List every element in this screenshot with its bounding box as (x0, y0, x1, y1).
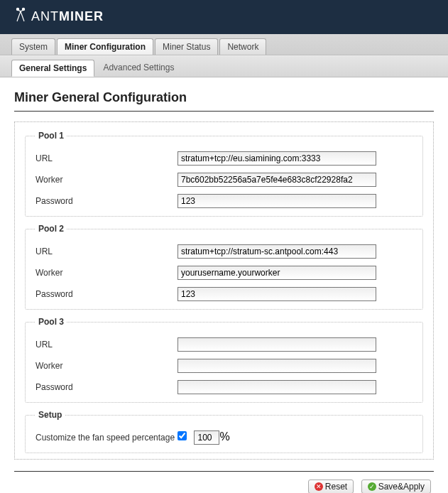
pool-1-url-label: URL (35, 153, 177, 163)
pool-1-legend: Pool 1 (35, 131, 67, 141)
pool-2-worker-label: Worker (35, 268, 177, 278)
reset-button[interactable]: ✕Reset (308, 480, 354, 493)
tab-general-settings[interactable]: General Settings (11, 60, 94, 77)
pool-2-password-label: Password (35, 289, 177, 299)
pool-3-url-label: URL (35, 340, 177, 350)
content-area: Miner General Configuration Pool 1 URL W… (0, 77, 448, 493)
fan-speed-input[interactable] (194, 430, 219, 445)
save-apply-button[interactable]: ✓Save&Apply (361, 480, 431, 493)
pool-2-url-input[interactable] (177, 244, 376, 259)
sub-tabs: General Settings Advanced Settings (0, 55, 448, 77)
pool-1-password-label: Password (35, 196, 177, 206)
pool-3-password-input[interactable] (177, 380, 376, 394)
pool-1-url-input[interactable] (177, 151, 376, 166)
tab-system[interactable]: System (11, 38, 55, 55)
brand-name: ANTMINER (31, 9, 104, 24)
pool-3-legend: Pool 3 (35, 317, 67, 327)
pool-3: Pool 3 URL Worker Password (25, 317, 423, 403)
main-tabs: System Miner Configuration Miner Status … (0, 34, 448, 55)
brand-logo: ANTMINER (14, 7, 434, 26)
pool-1-worker-label: Worker (35, 175, 177, 185)
config-form: Pool 1 URL Worker Password Pool 2 URL Wo… (14, 121, 434, 460)
setup: Setup Customize the fan speed percentage… (25, 410, 423, 453)
apply-icon: ✓ (368, 482, 376, 491)
fan-speed-checkbox[interactable] (177, 431, 187, 440)
pool-2-url-label: URL (35, 246, 177, 256)
action-bar: ✕Reset ✓Save&Apply (14, 479, 434, 493)
pool-3-url-input[interactable] (177, 337, 376, 352)
pool-2-worker-input[interactable] (177, 266, 376, 280)
pool-2-password-input[interactable] (177, 287, 376, 301)
page-title: Miner General Configuration (14, 90, 434, 112)
pool-1: Pool 1 URL Worker Password (25, 131, 423, 217)
pool-1-worker-input[interactable] (177, 173, 376, 187)
separator (14, 471, 434, 472)
reset-icon: ✕ (315, 482, 323, 491)
pool-3-worker-label: Worker (35, 361, 177, 371)
pool-3-password-label: Password (35, 382, 177, 392)
tab-network[interactable]: Network (219, 38, 266, 55)
tab-advanced-settings[interactable]: Advanced Settings (96, 60, 181, 77)
antenna-icon (14, 7, 27, 26)
tab-miner-status[interactable]: Miner Status (155, 38, 218, 55)
tab-miner-configuration[interactable]: Miner Configuration (57, 38, 153, 55)
percent-sign: % (219, 430, 229, 443)
pool-1-password-input[interactable] (177, 194, 376, 208)
fan-speed-label: Customize the fan speed percentage (35, 432, 177, 444)
pool-2-legend: Pool 2 (35, 224, 67, 234)
app-header: ANTMINER (0, 0, 448, 34)
pool-3-worker-input[interactable] (177, 359, 376, 373)
pool-2: Pool 2 URL Worker Password (25, 224, 423, 310)
setup-legend: Setup (35, 410, 65, 420)
